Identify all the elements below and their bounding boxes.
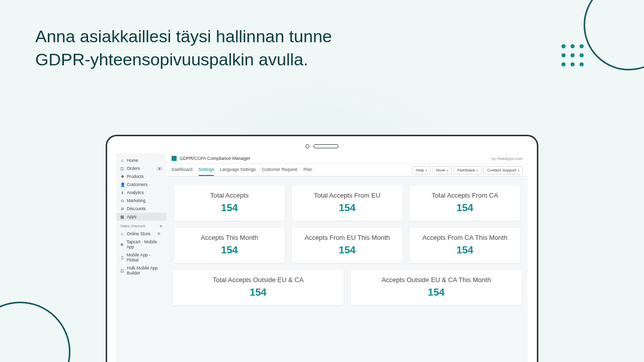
store-icon: ⌂ [120,232,124,236]
channel-tapcart[interactable]: ⊕ Tapcart - Mobile App [116,238,167,251]
gear-icon[interactable]: ⊕ [159,224,163,228]
tab-settings[interactable]: Settings [199,164,214,176]
card-value: 154 [415,202,515,214]
card-accepts-month: Accepts This Month 154 [174,228,285,263]
chevron-down-icon: ▾ [426,168,427,172]
sidebar-item-label: Orders [127,166,140,171]
channel-label: Tapcart - Mobile App [126,239,163,249]
card-accepts-eu-month: Accepts From EU This Month 154 [292,228,403,263]
card-label: Accepts Outside EU & CA This Month [356,276,517,284]
sidebar-item-label: Customers [127,182,147,187]
tab-plan[interactable]: Plan [303,164,312,176]
camera-icon [305,144,309,148]
sidebar-item-label: Discounts [127,206,145,211]
speaker-icon [313,144,339,148]
app-vendor: by HulkApps.com [492,156,523,161]
card-total-accepts-eu: Total Accepts From EU 154 [292,186,403,221]
tabs-row: Dashboard Settings Language Settings Cus… [167,164,528,176]
decoration-dot-grid [561,44,584,66]
sales-channels-label: Sales channels [120,224,146,228]
card-row-3: Total Accepts Outside EU & CA 154 Accept… [173,270,522,305]
more-button[interactable]: More▾ [433,166,452,174]
card-value: 154 [297,202,397,214]
app-logo-icon [172,156,177,161]
orders-badge: 4 [156,167,163,170]
channel-online-store[interactable]: ⌂ Online Store ⊙ [116,230,167,238]
header-actions: Help▾ More▾ Feedback▾ Contact Support▾ [412,166,523,174]
decoration-circle-top-right [584,0,644,70]
card-total-accepts-ca: Total Accepts From CA 154 [410,186,520,221]
orders-icon: ◫ [120,166,124,171]
marketing-icon: ⊙ [120,199,124,203]
sidebar-item-marketing[interactable]: ⊙ Marketing [116,197,167,205]
card-value: 154 [415,244,515,256]
sidebar-item-label: Products [127,174,144,179]
tablet-notch [116,144,528,148]
channel-label: Hulk Mobile App Builder [127,265,163,276]
sidebar-item-discounts[interactable]: ⊘ Discounts [116,205,167,213]
sidebar-item-label: Home [127,158,138,163]
sidebar-item-label: Apps [127,214,136,219]
card-label: Accepts From EU This Month [297,234,397,241]
card-accepts-ca-month: Accepts From CA This Month 154 [410,228,520,263]
card-value: 154 [179,244,280,256]
chevron-down-icon: ▾ [518,168,519,172]
chevron-down-icon: ▾ [447,168,448,172]
home-icon: ⌂ [120,158,124,163]
card-label: Total Accepts [179,192,280,199]
channel-label: Online Store [127,231,150,236]
plobal-icon: ▯ [120,255,124,260]
tab-customer-request[interactable]: Customer Request [262,164,297,176]
stats-cards-area: Total Accepts 154 Total Accepts From EU … [167,176,528,362]
card-accepts-outside-month: Accepts Outside EU & CA This Month 154 [351,270,522,305]
card-label: Total Accepts From EU [297,192,397,199]
headline: Anna asiakkaillesi täysi hallinnan tunne… [35,25,332,71]
main-panel: GDPR/CCPA Compliance Manager by HulkApps… [167,153,528,362]
sidebar-item-analytics[interactable]: ⫿ Analytics [116,189,167,197]
sidebar-item-label: Marketing [127,198,145,203]
card-value: 154 [297,244,397,256]
card-value: 154 [178,287,339,298]
sidebar-item-home[interactable]: ⌂ Home [116,156,167,164]
card-total-accepts-outside: Total Accepts Outside EU & CA 154 [173,270,344,305]
hulk-icon: ◫ [120,268,124,273]
customers-icon: 👤 [120,183,124,187]
products-icon: ❖ [120,174,124,179]
card-label: Accepts From CA This Month [415,234,515,241]
sidebar-item-label: Analytics [127,190,144,195]
app-screen: ⌂ Home ◫ Orders 4 ❖ Products 👤 Customers… [116,153,528,362]
channel-gear-icon[interactable]: ⊙ [155,232,163,236]
card-value: 154 [179,202,280,214]
card-row-1: Total Accepts 154 Total Accepts From EU … [173,186,522,221]
analytics-icon: ⫿ [120,191,124,195]
card-value: 154 [356,287,517,298]
tapcart-icon: ⊕ [120,242,124,247]
discounts-icon: ⊘ [120,207,124,211]
tablet-frame: ⌂ Home ◫ Orders 4 ❖ Products 👤 Customers… [106,135,538,362]
sidebar-item-apps[interactable]: ▦ Apps [116,213,167,221]
sales-channels-header: Sales channels ⊕ [116,221,167,230]
channel-hulk[interactable]: ◫ Hulk Mobile App Builder [116,264,167,277]
sidebar: ⌂ Home ◫ Orders 4 ❖ Products 👤 Customers… [116,153,167,362]
headline-line1: Anna asiakkaillesi täysi hallinnan tunne [35,27,332,46]
apps-icon: ▦ [120,215,124,219]
sidebar-item-products[interactable]: ❖ Products [116,172,167,180]
sidebar-item-customers[interactable]: 👤 Customers [116,180,167,189]
help-button[interactable]: Help▾ [412,166,430,174]
sidebar-item-orders[interactable]: ◫ Orders 4 [116,164,167,172]
app-title: GDPR/CCPA Compliance Manager [180,156,250,161]
card-label: Total Accepts From CA [415,192,515,199]
channel-label: Mobile App - Plobal [127,252,163,262]
app-header: GDPR/CCPA Compliance Manager by HulkApps… [167,153,528,164]
decoration-circle-bottom-left [0,302,70,362]
tab-language-settings[interactable]: Language Settings [220,164,256,176]
tab-dashboard[interactable]: Dashboard [172,164,193,176]
card-label: Total Accepts Outside EU & CA [178,276,339,284]
card-label: Accepts This Month [179,234,280,241]
feedback-button[interactable]: Feedback▾ [454,166,481,174]
tabs: Dashboard Settings Language Settings Cus… [172,164,312,176]
card-row-2: Accepts This Month 154 Accepts From EU T… [173,228,522,263]
contact-support-button[interactable]: Contact Support▾ [484,166,523,174]
channel-plobal[interactable]: ▯ Mobile App - Plobal [116,251,167,264]
headline-line2: GDPR-yhteensopivuuspalkin avulla. [35,50,308,69]
